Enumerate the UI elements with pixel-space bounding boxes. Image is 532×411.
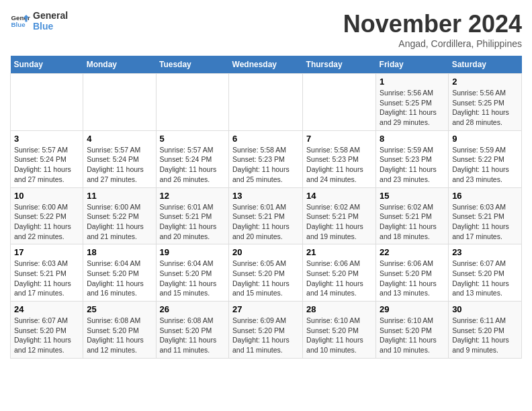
day-number: 20 xyxy=(232,247,299,257)
calendar-week-row: 24Sunrise: 6:07 AM Sunset: 5:20 PM Dayli… xyxy=(11,302,522,359)
calendar-day-cell: 24Sunrise: 6:07 AM Sunset: 5:20 PM Dayli… xyxy=(11,302,83,359)
calendar-day-cell: 20Sunrise: 6:05 AM Sunset: 5:20 PM Dayli… xyxy=(229,244,303,302)
day-info: Sunrise: 5:56 AM Sunset: 5:25 PM Dayligh… xyxy=(452,88,518,128)
calendar-day-cell: 10Sunrise: 6:00 AM Sunset: 5:22 PM Dayli… xyxy=(11,187,83,244)
day-number: 25 xyxy=(87,304,152,314)
day-info: Sunrise: 6:04 AM Sunset: 5:20 PM Dayligh… xyxy=(87,259,152,298)
calendar-day-cell: 30Sunrise: 6:11 AM Sunset: 5:20 PM Dayli… xyxy=(449,302,522,359)
day-info: Sunrise: 6:01 AM Sunset: 5:21 PM Dayligh… xyxy=(232,202,299,242)
header: General Blue General Blue November 2024 … xyxy=(10,10,522,49)
calendar-week-row: 17Sunrise: 6:03 AM Sunset: 5:21 PM Dayli… xyxy=(11,244,522,302)
calendar-day-cell xyxy=(156,74,229,131)
day-number: 9 xyxy=(452,134,518,144)
day-number: 8 xyxy=(380,134,445,144)
calendar-day-cell: 6Sunrise: 5:58 AM Sunset: 5:23 PM Daylig… xyxy=(229,130,303,187)
logo-icon: General Blue xyxy=(10,11,30,31)
day-info: Sunrise: 6:00 AM Sunset: 5:22 PM Dayligh… xyxy=(87,202,152,242)
day-number: 16 xyxy=(452,191,518,201)
day-info: Sunrise: 5:58 AM Sunset: 5:23 PM Dayligh… xyxy=(306,145,372,185)
location-subtitle: Angad, Cordillera, Philippines xyxy=(343,38,522,49)
day-number: 1 xyxy=(380,77,445,87)
calendar-day-cell: 12Sunrise: 6:01 AM Sunset: 5:21 PM Dayli… xyxy=(156,187,229,244)
calendar-week-row: 3Sunrise: 5:57 AM Sunset: 5:24 PM Daylig… xyxy=(11,130,522,187)
day-info: Sunrise: 6:07 AM Sunset: 5:20 PM Dayligh… xyxy=(14,316,79,355)
calendar-day-cell: 18Sunrise: 6:04 AM Sunset: 5:20 PM Dayli… xyxy=(83,244,156,302)
title-section: November 2024 Angad, Cordillera, Philipp… xyxy=(343,10,522,49)
calendar-day-cell: 4Sunrise: 5:57 AM Sunset: 5:24 PM Daylig… xyxy=(83,130,156,187)
calendar-day-cell: 23Sunrise: 6:07 AM Sunset: 5:20 PM Dayli… xyxy=(449,244,522,302)
calendar-day-cell: 19Sunrise: 6:04 AM Sunset: 5:20 PM Dayli… xyxy=(156,244,229,302)
day-number: 7 xyxy=(306,134,372,144)
calendar-day-cell: 14Sunrise: 6:02 AM Sunset: 5:21 PM Dayli… xyxy=(303,187,376,244)
calendar-day-cell: 7Sunrise: 5:58 AM Sunset: 5:23 PM Daylig… xyxy=(303,130,376,187)
day-info: Sunrise: 5:57 AM Sunset: 5:24 PM Dayligh… xyxy=(160,145,226,185)
day-number: 29 xyxy=(380,304,445,314)
weekday-header-monday: Monday xyxy=(83,56,156,74)
calendar-week-row: 10Sunrise: 6:00 AM Sunset: 5:22 PM Dayli… xyxy=(11,187,522,244)
calendar-day-cell: 13Sunrise: 6:01 AM Sunset: 5:21 PM Dayli… xyxy=(229,187,303,244)
weekday-header-saturday: Saturday xyxy=(449,56,522,74)
day-info: Sunrise: 5:57 AM Sunset: 5:24 PM Dayligh… xyxy=(14,145,79,185)
day-info: Sunrise: 5:56 AM Sunset: 5:25 PM Dayligh… xyxy=(380,88,445,128)
day-number: 10 xyxy=(14,191,79,201)
day-info: Sunrise: 5:58 AM Sunset: 5:23 PM Dayligh… xyxy=(232,145,299,185)
calendar-day-cell: 11Sunrise: 6:00 AM Sunset: 5:22 PM Dayli… xyxy=(83,187,156,244)
weekday-header-thursday: Thursday xyxy=(303,56,376,74)
calendar-day-cell xyxy=(229,74,303,131)
day-number: 13 xyxy=(232,191,299,201)
day-info: Sunrise: 6:09 AM Sunset: 5:20 PM Dayligh… xyxy=(232,316,299,355)
day-number: 15 xyxy=(380,191,445,201)
logo: General Blue General Blue xyxy=(10,10,68,32)
day-info: Sunrise: 6:02 AM Sunset: 5:21 PM Dayligh… xyxy=(306,202,372,242)
day-info: Sunrise: 6:00 AM Sunset: 5:22 PM Dayligh… xyxy=(14,202,79,242)
calendar-day-cell: 15Sunrise: 6:02 AM Sunset: 5:21 PM Dayli… xyxy=(376,187,449,244)
logo-line1: General xyxy=(33,10,68,21)
day-info: Sunrise: 5:57 AM Sunset: 5:24 PM Dayligh… xyxy=(87,145,152,185)
calendar-day-cell: 2Sunrise: 5:56 AM Sunset: 5:25 PM Daylig… xyxy=(449,74,522,131)
day-number: 3 xyxy=(14,134,79,144)
day-number: 30 xyxy=(452,304,518,314)
day-number: 22 xyxy=(380,247,445,257)
day-info: Sunrise: 6:04 AM Sunset: 5:20 PM Dayligh… xyxy=(160,259,226,298)
day-number: 2 xyxy=(452,77,518,87)
day-number: 28 xyxy=(306,304,372,314)
calendar-day-cell: 29Sunrise: 6:10 AM Sunset: 5:20 PM Dayli… xyxy=(376,302,449,359)
day-info: Sunrise: 6:06 AM Sunset: 5:20 PM Dayligh… xyxy=(380,259,445,298)
calendar-day-cell: 28Sunrise: 6:10 AM Sunset: 5:20 PM Dayli… xyxy=(303,302,376,359)
day-info: Sunrise: 6:08 AM Sunset: 5:20 PM Dayligh… xyxy=(87,316,152,355)
day-info: Sunrise: 6:08 AM Sunset: 5:20 PM Dayligh… xyxy=(160,316,226,355)
calendar-day-cell: 21Sunrise: 6:06 AM Sunset: 5:20 PM Dayli… xyxy=(303,244,376,302)
day-number: 6 xyxy=(232,134,299,144)
weekday-header-wednesday: Wednesday xyxy=(229,56,303,74)
calendar-week-row: 1Sunrise: 5:56 AM Sunset: 5:25 PM Daylig… xyxy=(11,74,522,131)
calendar-day-cell xyxy=(11,74,83,131)
day-info: Sunrise: 6:10 AM Sunset: 5:20 PM Dayligh… xyxy=(306,316,372,355)
calendar-day-cell: 16Sunrise: 6:03 AM Sunset: 5:21 PM Dayli… xyxy=(449,187,522,244)
logo-line2: Blue xyxy=(33,21,68,32)
month-title: November 2024 xyxy=(343,10,522,38)
calendar-day-cell: 17Sunrise: 6:03 AM Sunset: 5:21 PM Dayli… xyxy=(11,244,83,302)
calendar-day-cell xyxy=(83,74,156,131)
weekday-header-row: SundayMondayTuesdayWednesdayThursdayFrid… xyxy=(11,56,522,74)
day-info: Sunrise: 6:07 AM Sunset: 5:20 PM Dayligh… xyxy=(452,259,518,298)
day-number: 11 xyxy=(87,191,152,201)
day-number: 27 xyxy=(232,304,299,314)
day-number: 14 xyxy=(306,191,372,201)
day-number: 18 xyxy=(87,247,152,257)
calendar-body: 1Sunrise: 5:56 AM Sunset: 5:25 PM Daylig… xyxy=(11,74,522,359)
calendar-day-cell: 26Sunrise: 6:08 AM Sunset: 5:20 PM Dayli… xyxy=(156,302,229,359)
weekday-header-tuesday: Tuesday xyxy=(156,56,229,74)
calendar-day-cell: 22Sunrise: 6:06 AM Sunset: 5:20 PM Dayli… xyxy=(376,244,449,302)
weekday-header-sunday: Sunday xyxy=(11,56,83,74)
day-info: Sunrise: 6:10 AM Sunset: 5:20 PM Dayligh… xyxy=(380,316,445,355)
day-info: Sunrise: 6:06 AM Sunset: 5:20 PM Dayligh… xyxy=(306,259,372,298)
day-number: 5 xyxy=(160,134,226,144)
day-number: 19 xyxy=(160,247,226,257)
calendar-day-cell: 27Sunrise: 6:09 AM Sunset: 5:20 PM Dayli… xyxy=(229,302,303,359)
day-info: Sunrise: 6:01 AM Sunset: 5:21 PM Dayligh… xyxy=(160,202,226,242)
day-number: 21 xyxy=(306,247,372,257)
day-info: Sunrise: 6:02 AM Sunset: 5:21 PM Dayligh… xyxy=(380,202,445,242)
day-number: 26 xyxy=(160,304,226,314)
calendar-header: SundayMondayTuesdayWednesdayThursdayFrid… xyxy=(11,56,522,74)
day-info: Sunrise: 5:59 AM Sunset: 5:23 PM Dayligh… xyxy=(380,145,445,185)
